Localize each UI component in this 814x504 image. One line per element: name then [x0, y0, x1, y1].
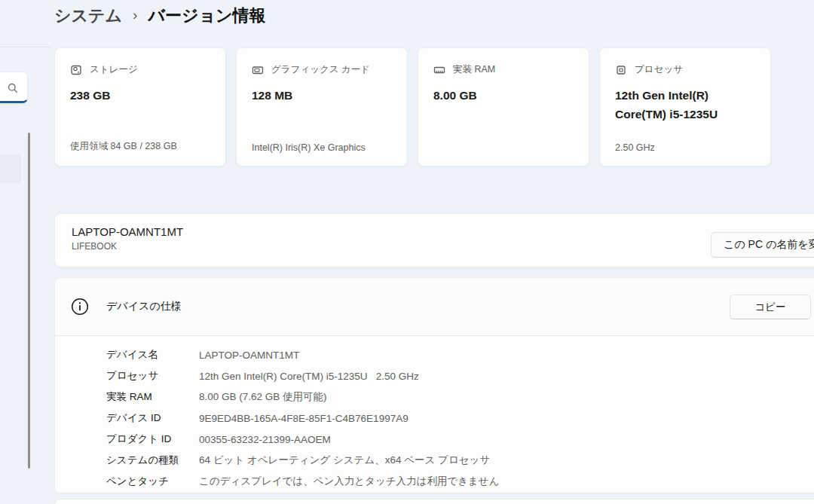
spec-value: LAPTOP-OAMNT1MT [199, 350, 299, 361]
spec-value: 00355-63232-21399-AAOEM [199, 434, 331, 445]
nav-scrollbar[interactable] [28, 133, 30, 469]
card-label: 実装 RAM [453, 63, 495, 76]
card-label: ストレージ [90, 63, 138, 76]
spec-label: ペンとタッチ [106, 475, 199, 488]
spec-value: 64 ビット オペレーティング システム、x64 ベース プロセッサ [199, 454, 490, 467]
device-spec-expander-header[interactable]: デバイスの仕様 コピー [55, 278, 814, 336]
nav-divider [0, 47, 51, 47]
spec-row-processor: プロセッサ 12th Gen Intel(R) Core(TM) i5-1235… [106, 365, 814, 386]
spec-row-device-id: デバイス ID 9E9ED4BB-165A-4F8E-85F1-C4B76E19… [106, 408, 814, 429]
ram-icon [433, 64, 445, 76]
device-name-card: LAPTOP-OAMNT1MT LIFEBOOK この PC の名前を変更 [54, 213, 814, 267]
spec-value: 12th Gen Intel(R) Core(TM) i5-1235U 2.50… [199, 371, 419, 382]
device-spec-body: デバイス名 LAPTOP-OAMNT1MT プロセッサ 12th Gen Int… [55, 336, 814, 492]
card-subtext: 2.50 GHz [615, 142, 655, 153]
page-title: バージョン情報 [148, 5, 265, 27]
spec-row-system-type: システムの種類 64 ビット オペレーティング システム、x64 ベース プロセ… [106, 450, 814, 471]
spec-label: プロセッサ [106, 369, 199, 383]
card-subtext: Intel(R) Iris(R) Xe Graphics [252, 142, 366, 153]
spec-row-pen-touch: ペンとタッチ このディスプレイでは、ペン入力とタッチ入力は利用できません [106, 471, 814, 492]
spec-row-ram: 実装 RAM 8.00 GB (7.62 GB 使用可能) [106, 386, 814, 408]
cpu-icon [615, 64, 627, 76]
card-value: 8.00 GB [433, 86, 574, 105]
spec-label: デバイス ID [106, 411, 199, 425]
card-label: プロセッサ [635, 63, 683, 76]
next-section-card-edge [54, 499, 814, 504]
ram-card: 実装 RAM 8.00 GB [418, 47, 589, 166]
device-spec-title: デバイスの仕様 [106, 300, 182, 313]
device-name: LAPTOP-OAMNT1MT [72, 225, 814, 239]
card-subtext: 使用領域 84 GB / 238 GB [70, 140, 177, 153]
graphics-card: グラフィックス カード 128 MB Intel(R) Iris(R) Xe G… [236, 47, 408, 166]
rename-pc-button[interactable]: この PC の名前を変更 [711, 232, 814, 258]
spec-value: このディスプレイでは、ペン入力とタッチ入力は利用できません [199, 475, 499, 488]
breadcrumb-system[interactable]: システム [54, 5, 122, 27]
card-label: グラフィックス カード [271, 63, 370, 76]
spec-label: デバイス名 [106, 348, 199, 362]
settings-about-page: システム › バージョン情報 ストレージ 238 GB 使用領域 84 GB /… [0, 0, 814, 504]
spec-value: 9E9ED4BB-165A-4F8E-85F1-C4B76E1997A9 [199, 413, 409, 424]
card-value: 128 MB [252, 86, 392, 105]
card-value: 238 GB [70, 86, 210, 105]
spec-label: プロダクト ID [106, 432, 199, 446]
storage-icon [70, 64, 82, 76]
chevron-right-icon: › [133, 4, 137, 26]
device-model: LIFEBOOK [72, 241, 814, 252]
info-icon [71, 298, 89, 316]
spec-label: 実装 RAM [106, 390, 199, 404]
breadcrumb: システム › バージョン情報 [54, 5, 265, 27]
spec-row-product-id: プロダクト ID 00355-63232-21399-AAOEM [106, 429, 814, 450]
spec-label: システムの種類 [106, 454, 199, 467]
summary-cards-row: ストレージ 238 GB 使用領域 84 GB / 238 GB グラフィックス… [54, 47, 771, 166]
copy-button[interactable]: コピー [730, 295, 811, 319]
spec-value: 8.00 GB (7.62 GB 使用可能) [199, 390, 327, 404]
storage-card: ストレージ 238 GB 使用領域 84 GB / 238 GB [54, 47, 226, 166]
search-input[interactable] [0, 72, 28, 103]
card-value: 12th Gen Intel(R) Core(TM) i5-1235U [615, 86, 755, 124]
search-icon [7, 82, 19, 94]
spec-row-device-name: デバイス名 LAPTOP-OAMNT1MT [106, 344, 814, 365]
device-spec-card: デバイスの仕様 コピー デバイス名 LAPTOP-OAMNT1MT プロセッサ … [54, 277, 814, 493]
gpu-icon [252, 64, 264, 76]
nav-selected-item[interactable] [0, 154, 21, 183]
processor-card: プロセッサ 12th Gen Intel(R) Core(TM) i5-1235… [599, 47, 771, 166]
